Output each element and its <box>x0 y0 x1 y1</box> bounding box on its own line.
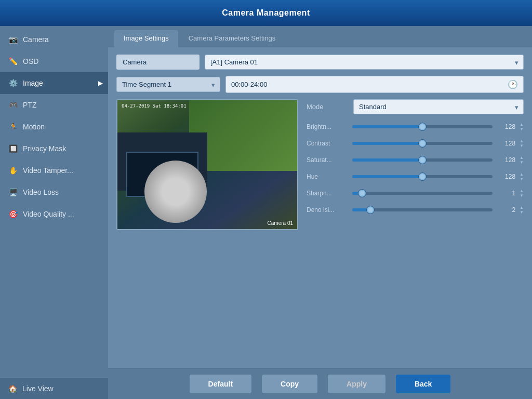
camera-select-wrapper: [A1] Camera 01 <box>205 55 524 70</box>
slider-thumb-sharpness[interactable] <box>358 189 366 197</box>
sidebar-item-label-ptz: PTZ <box>23 101 36 109</box>
chevron-right-icon: ▶ <box>98 79 103 87</box>
copy-button[interactable]: Copy <box>262 375 317 393</box>
slider-value-sharpness: 1 <box>497 190 515 197</box>
video-quality-icon: 🎯 <box>8 209 18 219</box>
chevron-down-icon[interactable]: ▼ <box>520 194 524 198</box>
privacy-mask-icon: 🔲 <box>8 144 18 153</box>
sidebar-item-ptz[interactable]: 🎮PTZ <box>0 94 108 116</box>
mode-label: Mode <box>307 103 348 111</box>
slider-row-sharpness: Sharpn...1▲▼ <box>307 185 524 202</box>
sidebar-item-live-view[interactable]: 🏠 Live View <box>0 378 108 399</box>
sidebar-item-video-quality[interactable]: 🎯Video Quality ... <box>0 203 108 225</box>
chevron-down-icon[interactable]: ▼ <box>520 127 524 131</box>
settings-panel: Camera [A1] Camera 01 Time Segment 1 00:… <box>108 47 532 368</box>
slider-arrows-hue[interactable]: ▲▼ <box>520 172 524 181</box>
slider-label-hue: Hue <box>307 173 348 180</box>
slider-track-contrast[interactable] <box>352 142 493 145</box>
video-loss-icon: 🖥️ <box>8 188 18 197</box>
sidebar-item-label-image: Image <box>23 79 43 87</box>
slider-label-denoising: Deno isi... <box>307 206 348 214</box>
camera-select[interactable]: [A1] Camera 01 <box>205 55 524 70</box>
apply-button[interactable]: Apply <box>328 375 385 393</box>
tabs-bar: Image Settings Camera Parameters Setting… <box>108 26 532 47</box>
chevron-down-icon[interactable]: ▼ <box>520 177 524 181</box>
slider-track-hue[interactable] <box>352 175 493 178</box>
sidebar-item-image[interactable]: ⚙️Image▶ <box>0 72 108 94</box>
sidebar: 📷Camera✏️OSD⚙️Image▶🎮PTZ🏃Motion🔲Privacy … <box>0 26 108 399</box>
chevron-up-icon[interactable]: ▲ <box>520 189 524 193</box>
tab-camera-params[interactable]: Camera Parameters Settings <box>179 30 285 47</box>
slider-thumb-contrast[interactable] <box>418 139 427 148</box>
slider-value-brightness: 128 <box>497 123 515 130</box>
slider-label-sharpness: Sharpn... <box>307 190 348 197</box>
content-area: Image Settings Camera Parameters Setting… <box>108 26 532 399</box>
slider-fill-hue <box>352 175 422 178</box>
motion-icon: 🏃 <box>8 122 18 131</box>
slider-arrows-sharpness[interactable]: ▲▼ <box>520 189 524 198</box>
sidebar-item-video-loss[interactable]: 🖥️Video Loss <box>0 181 108 203</box>
slider-value-contrast: 128 <box>497 140 515 147</box>
slider-label-saturation: Saturat... <box>307 156 348 164</box>
slider-arrows-denoising[interactable]: ▲▼ <box>520 206 524 215</box>
time-segment-row: Time Segment 1 00:00-24:00 🕐 <box>116 76 524 93</box>
sidebar-item-motion[interactable]: 🏃Motion <box>0 116 108 138</box>
chevron-up-icon[interactable]: ▲ <box>520 156 524 160</box>
sidebar-item-video-tamper[interactable]: ✋Video Tamper... <box>0 159 108 181</box>
sidebar-item-label-camera: Camera <box>23 35 49 44</box>
slider-thumb-brightness[interactable] <box>418 123 427 131</box>
sidebar-item-label-video-tamper: Video Tamper... <box>23 166 73 175</box>
slider-thumb-hue[interactable] <box>418 172 427 181</box>
sidebar-item-osd[interactable]: ✏️OSD <box>0 50 108 72</box>
mode-select[interactable]: Standard <box>353 99 524 114</box>
slider-track-denoising[interactable] <box>352 208 493 211</box>
chevron-down-icon[interactable]: ▼ <box>520 161 524 165</box>
home-icon: 🏠 <box>8 384 17 393</box>
ptz-icon: 🎮 <box>8 100 18 110</box>
sidebar-item-label-motion: Motion <box>23 123 45 131</box>
chevron-up-icon[interactable]: ▲ <box>520 139 524 143</box>
slider-label-contrast: Contrast <box>307 140 348 147</box>
time-segment-select[interactable]: Time Segment 1 <box>116 77 220 92</box>
sidebar-item-privacy-mask[interactable]: 🔲Privacy Mask <box>0 138 108 159</box>
sidebar-item-camera[interactable]: 📷Camera <box>0 29 108 50</box>
slider-fill-saturation <box>352 158 422 162</box>
sidebar-item-label-privacy-mask: Privacy Mask <box>23 144 66 153</box>
preview-controls: 04-27-2019 Sat 18:34:01 Camera 01 Mode S… <box>116 99 524 361</box>
time-icon: 🕐 <box>508 79 518 89</box>
slider-thumb-saturation[interactable] <box>418 156 427 164</box>
osd-icon: ✏️ <box>8 57 18 66</box>
slider-track-sharpness[interactable] <box>352 192 493 195</box>
back-button[interactable]: Back <box>396 375 450 393</box>
slider-thumb-denoising[interactable] <box>366 206 375 214</box>
image-icon: ⚙️ <box>8 78 18 88</box>
chevron-up-icon[interactable]: ▲ <box>520 206 524 210</box>
chevron-up-icon[interactable]: ▲ <box>520 123 524 127</box>
preview-timestamp: 04-27-2019 Sat 18:34:01 <box>122 103 187 109</box>
tab-image-settings[interactable]: Image Settings <box>114 30 178 47</box>
slider-label-brightness: Brightn... <box>307 123 348 130</box>
default-button[interactable]: Default <box>190 375 251 393</box>
title-bar: Camera Management <box>0 0 532 26</box>
camera-preview: 04-27-2019 Sat 18:34:01 Camera 01 <box>116 99 298 230</box>
chevron-down-icon[interactable]: ▼ <box>520 210 524 215</box>
slider-arrows-contrast[interactable]: ▲▼ <box>520 139 524 148</box>
chevron-down-icon[interactable]: ▼ <box>520 144 524 148</box>
time-segment-value[interactable]: 00:00-24:00 🕐 <box>225 76 524 93</box>
sidebar-items-container: 📷Camera✏️OSD⚙️Image▶🎮PTZ🏃Motion🔲Privacy … <box>0 29 108 225</box>
sliders-container: Brightn...128▲▼Contrast128▲▼Saturat...12… <box>307 118 524 218</box>
time-segment-text: 00:00-24:00 <box>231 81 267 88</box>
slider-value-denoising: 2 <box>497 206 515 214</box>
button-bar: Default Copy Apply Back <box>108 368 532 399</box>
slider-track-brightness[interactable] <box>352 125 493 128</box>
slider-track-saturation[interactable] <box>352 158 493 162</box>
slider-fill-brightness <box>352 125 422 128</box>
mode-select-wrapper: Standard <box>353 99 524 114</box>
sidebar-item-label-video-quality: Video Quality ... <box>23 210 74 218</box>
sidebar-item-label-osd: OSD <box>23 57 38 65</box>
slider-arrows-brightness[interactable]: ▲▼ <box>520 123 524 131</box>
slider-arrows-saturation[interactable]: ▲▼ <box>520 156 524 165</box>
slider-row-contrast: Contrast128▲▼ <box>307 135 524 152</box>
camera-label: Camera <box>116 55 200 70</box>
chevron-up-icon[interactable]: ▲ <box>520 172 524 177</box>
